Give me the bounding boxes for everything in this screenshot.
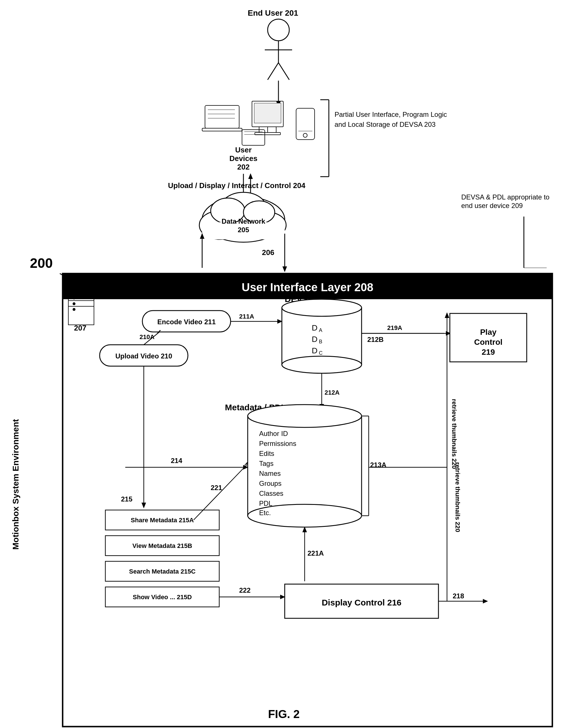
svg-text:C: C xyxy=(319,350,322,356)
svg-text:retrieve thumbnails  220: retrieve thumbnails 220 xyxy=(451,399,458,469)
svg-marker-84 xyxy=(156,330,161,334)
svg-rect-58 xyxy=(63,274,552,299)
svg-marker-87 xyxy=(277,319,283,324)
svg-text:A: A xyxy=(319,327,322,333)
svg-text:Control: Control xyxy=(474,338,502,346)
svg-text:Author ID: Author ID xyxy=(259,430,288,437)
svg-rect-7 xyxy=(205,105,239,128)
end-user-label: End User 201 xyxy=(248,9,298,18)
svg-marker-49 xyxy=(93,288,99,295)
svg-text:Data Network: Data Network xyxy=(222,217,266,225)
svg-text:221: 221 xyxy=(211,484,222,492)
svg-text:View Metadata 215B: View Metadata 215B xyxy=(132,542,192,549)
svg-text:User: User xyxy=(235,146,252,154)
svg-text:212B: 212B xyxy=(367,336,383,343)
svg-rect-69 xyxy=(282,308,361,365)
svg-marker-6 xyxy=(276,101,281,107)
svg-marker-134 xyxy=(302,527,307,532)
svg-text:and Local Storage of DEVSA  20: and Local Storage of DEVSA 203 xyxy=(334,121,436,128)
svg-text:D: D xyxy=(312,346,317,355)
svg-rect-61 xyxy=(68,293,94,325)
svg-text:219: 219 xyxy=(482,348,495,356)
svg-line-83 xyxy=(144,332,160,345)
svg-point-40 xyxy=(211,198,245,224)
svg-text:211A: 211A xyxy=(239,313,254,320)
svg-text:Permissions: Permissions xyxy=(259,440,296,447)
svg-text:Classes: Classes xyxy=(259,490,283,497)
svg-text:D: D xyxy=(312,323,317,332)
svg-line-48 xyxy=(60,274,97,293)
svg-text:218: 218 xyxy=(453,592,464,600)
svg-rect-13 xyxy=(259,127,276,132)
svg-rect-120 xyxy=(105,510,219,530)
svg-text:221A: 221A xyxy=(307,549,324,557)
svg-text:Partial User Interface, Progra: Partial User Interface, Program Logic xyxy=(334,111,447,118)
svg-rect-15 xyxy=(254,103,281,123)
svg-rect-122 xyxy=(105,536,219,556)
svg-text:B: B xyxy=(319,339,322,344)
svg-line-130 xyxy=(194,464,247,520)
svg-marker-33 xyxy=(241,197,246,203)
svg-text:Play: Play xyxy=(480,328,496,337)
svg-text:Motionbox System Environment: Motionbox System Environment xyxy=(11,419,20,550)
svg-point-0 xyxy=(268,19,289,41)
svg-text:Groups: Groups xyxy=(259,480,282,487)
svg-point-39 xyxy=(221,192,266,224)
svg-rect-124 xyxy=(105,561,219,581)
svg-point-41 xyxy=(244,201,275,224)
svg-marker-35 xyxy=(248,173,253,179)
svg-point-66 xyxy=(73,308,75,311)
svg-rect-57 xyxy=(63,274,552,727)
svg-marker-131 xyxy=(244,462,248,466)
svg-text:206: 206 xyxy=(262,248,274,257)
svg-text:213A: 213A xyxy=(370,461,386,469)
svg-text:Names: Names xyxy=(259,470,281,477)
svg-text:212A: 212A xyxy=(324,389,340,396)
svg-rect-136 xyxy=(285,584,438,618)
svg-marker-149 xyxy=(445,312,449,318)
svg-text:retrieve thumbnails  220: retrieve thumbnails 220 xyxy=(454,462,461,532)
svg-text:222: 222 xyxy=(239,586,251,594)
svg-text:DEVSA & PDL appropriate to: DEVSA & PDL appropriate to xyxy=(461,193,549,201)
svg-marker-97 xyxy=(319,404,324,410)
svg-point-71 xyxy=(282,356,361,373)
svg-point-64 xyxy=(73,297,75,299)
svg-text:Tags: Tags xyxy=(259,460,274,467)
svg-point-36 xyxy=(202,197,285,242)
svg-text:FIG. 2: FIG. 2 xyxy=(268,708,299,720)
svg-text:215: 215 xyxy=(121,495,132,503)
svg-rect-8 xyxy=(202,128,242,131)
svg-text:210A: 210A xyxy=(140,333,155,340)
svg-rect-92 xyxy=(450,313,527,362)
diagram-svg: User Devices 202 Partial User Interface,… xyxy=(0,0,568,728)
svg-marker-139 xyxy=(280,595,285,599)
svg-text:D: D xyxy=(312,335,317,344)
svg-point-102 xyxy=(248,504,361,527)
svg-rect-12 xyxy=(252,101,283,127)
svg-point-70 xyxy=(282,299,361,316)
svg-text:219A: 219A xyxy=(387,324,402,331)
svg-marker-117 xyxy=(243,465,248,470)
svg-text:end user device 209: end user device 209 xyxy=(461,202,523,209)
svg-text:214: 214 xyxy=(171,457,183,464)
svg-marker-54 xyxy=(200,233,205,239)
svg-text:Upload Video 210: Upload Video 210 xyxy=(115,352,172,360)
svg-rect-126 xyxy=(105,587,219,607)
svg-text:Search Metadata 215C: Search Metadata 215C xyxy=(129,568,196,575)
svg-text:Show Video ...  215D: Show Video ... 215D xyxy=(133,594,192,601)
svg-rect-20 xyxy=(242,130,265,145)
svg-text:205: 205 xyxy=(238,226,249,234)
svg-point-38 xyxy=(249,212,286,238)
svg-line-4 xyxy=(279,63,289,80)
svg-text:PDL: PDL xyxy=(259,499,273,507)
svg-point-65 xyxy=(73,302,75,305)
svg-text:Encode Video 211: Encode Video 211 xyxy=(158,318,216,326)
svg-rect-42 xyxy=(202,222,285,239)
svg-text:User Interface Layer  208: User Interface Layer 208 xyxy=(242,281,373,293)
svg-text:200: 200 xyxy=(30,256,53,271)
svg-rect-81 xyxy=(100,345,188,366)
svg-text:DEVSA 212: DEVSA 212 xyxy=(285,294,330,304)
svg-text:Share Metadata 215A: Share Metadata 215A xyxy=(131,517,194,524)
svg-text:202: 202 xyxy=(237,163,250,171)
svg-marker-51 xyxy=(283,266,287,272)
